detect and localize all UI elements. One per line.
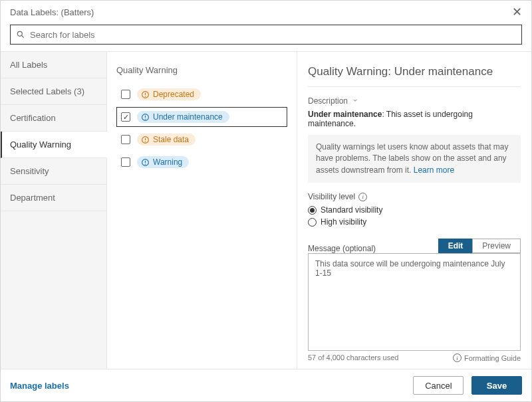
label-text: Warning [153, 157, 182, 167]
sidebar-item-quality-warning[interactable]: Quality Warning [1, 132, 107, 158]
description-line: Under maintenance: This asset is undergo… [308, 110, 521, 128]
label-row-under-maintenance[interactable]: Under maintenance [116, 107, 287, 127]
sidebar-item-department[interactable]: Department [1, 185, 106, 211]
sidebar-item-certification[interactable]: Certification [1, 105, 106, 132]
learn-more-link[interactable]: Learn more [414, 165, 454, 175]
description-toggle[interactable]: Description [308, 96, 521, 106]
svg-point-7 [145, 118, 146, 119]
label-row-deprecated[interactable]: Deprecated [116, 84, 287, 104]
description-name: Under maintenance [308, 110, 382, 119]
radio-button[interactable] [308, 218, 317, 227]
close-button[interactable]: ✕ [512, 6, 522, 18]
titlebar: Data Labels: (Batters) ✕ [1, 1, 531, 25]
label-text: Under maintenance [153, 112, 223, 122]
label-list-heading: Quality Warning [116, 65, 287, 75]
category-sidebar: All Labels Selected Labels (3) Certifica… [1, 52, 107, 369]
label-pill-under-maintenance: Under maintenance [137, 111, 229, 123]
message-tabs: Edit Preview [438, 239, 521, 253]
close-icon: ✕ [512, 5, 522, 19]
maintenance-icon [141, 113, 150, 122]
radio-high-visibility[interactable]: High visibility [308, 217, 521, 227]
search-box[interactable] [10, 25, 522, 45]
label-pill-warning: Warning [137, 156, 189, 168]
search-icon [16, 30, 25, 39]
checkbox-stale-data[interactable] [121, 135, 130, 144]
sidebar-item-sensitivity[interactable]: Sensitivity [1, 158, 106, 185]
label-pill-deprecated: Deprecated [137, 88, 201, 100]
radio-label: Standard visibility [321, 205, 382, 215]
search-input[interactable] [30, 30, 516, 40]
svg-point-13 [145, 163, 146, 164]
char-count: 57 of 4,000 characters used [308, 353, 398, 362]
checkbox-under-maintenance[interactable] [121, 112, 130, 122]
save-button[interactable]: Save [471, 376, 522, 395]
detail-column: Quality Warning: Under maintenance Descr… [297, 52, 531, 369]
warning-icon [141, 90, 150, 99]
main-area: All Labels Selected Labels (3) Certifica… [1, 51, 531, 369]
label-row-warning[interactable]: Warning [116, 152, 287, 172]
dialog-title: Data Labels: (Batters) [10, 7, 94, 17]
radio-label: High visibility [321, 217, 366, 227]
radio-standard-visibility[interactable]: Standard visibility [308, 205, 521, 215]
description-label: Description [308, 96, 348, 106]
visibility-label-row: Visibility level i [308, 192, 521, 201]
info-text: Quality warnings let users know about as… [316, 142, 508, 175]
formatting-guide-link[interactable]: i Formatting Guide [453, 353, 521, 362]
warning-icon [141, 136, 150, 144]
info-box: Quality warnings let users know about as… [308, 135, 521, 183]
info-icon: i [453, 353, 462, 362]
message-area: Message (optional) Edit Preview 57 of 4,… [308, 239, 521, 362]
message-label: Message (optional) [308, 244, 376, 253]
info-icon[interactable]: i [358, 193, 367, 201]
manage-labels-link[interactable]: Manage labels [10, 381, 69, 391]
dialog-footer: Manage labels Cancel Save [1, 369, 531, 401]
label-pill-stale-data: Stale data [137, 134, 196, 146]
checkbox-deprecated[interactable] [121, 90, 130, 99]
label-text: Stale data [153, 135, 189, 144]
detail-title: Quality Warning: Under maintenance [308, 65, 521, 87]
svg-line-1 [21, 35, 23, 37]
label-list-column: Quality Warning Deprecated Under mainten… [107, 52, 297, 369]
visibility-label: Visibility level [308, 192, 355, 201]
cancel-button[interactable]: Cancel [413, 376, 464, 395]
tab-edit[interactable]: Edit [438, 239, 473, 253]
checkbox-warning[interactable] [121, 157, 130, 167]
label-text: Deprecated [153, 90, 194, 99]
radio-button[interactable] [308, 206, 317, 215]
message-head: Message (optional) Edit Preview [308, 239, 521, 253]
data-labels-dialog: Data Labels: (Batters) ✕ All Labels Sele… [0, 0, 532, 402]
formatting-guide-text: Formatting Guide [464, 354, 521, 362]
tab-preview[interactable]: Preview [472, 239, 521, 253]
sidebar-item-all-labels[interactable]: All Labels [1, 52, 106, 78]
char-row: 57 of 4,000 characters used i Formatting… [308, 353, 521, 362]
svg-point-4 [145, 96, 146, 96]
label-row-stale-data[interactable]: Stale data [116, 130, 287, 150]
footer-buttons: Cancel Save [413, 376, 522, 395]
svg-point-0 [17, 31, 22, 36]
message-textarea[interactable] [308, 253, 521, 351]
warning-icon [141, 158, 150, 167]
visibility-radio-group: Standard visibility High visibility [308, 205, 521, 229]
search-row [1, 25, 531, 51]
chevron-down-icon [352, 96, 358, 106]
sidebar-item-selected-labels[interactable]: Selected Labels (3) [1, 78, 106, 105]
svg-point-10 [145, 141, 146, 142]
